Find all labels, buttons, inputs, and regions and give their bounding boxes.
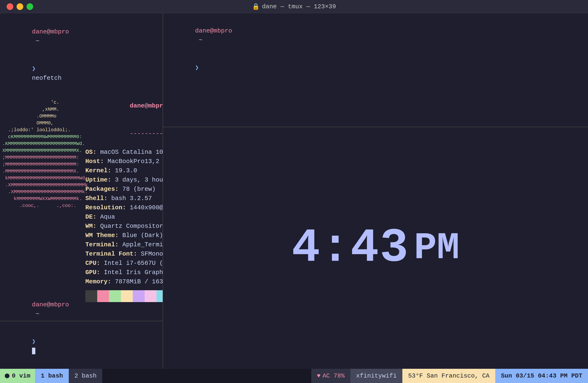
command-line: ❯ neofetch (2, 55, 160, 92)
bottom-arrow: ❯ (32, 338, 39, 345)
battery-heart-icon: ♥ (317, 372, 321, 380)
titlebar: 🔒 dane — tmux — 123×39 (0, 0, 588, 13)
cursor (32, 348, 35, 354)
prompt-path: ~ (32, 38, 39, 45)
prompt-arrow: ❯ (32, 65, 39, 72)
lock-icon: 🔒 (252, 3, 260, 10)
weather-label: 53°F San Francisco, CA (408, 372, 489, 380)
right-prompt-arrow: ❯ (166, 54, 586, 82)
vim-indicator (5, 374, 9, 378)
clock-container: 4:43 PM (292, 221, 460, 275)
statusbar: 0 vim 1 bash 2 bash ♥ AC 78% xfinitywifi… (0, 369, 588, 383)
neofetch-output: 'c. ,xNMM. .OMMMMo OMMM0, .;loddo:' lool… (2, 92, 160, 318)
vim-label: 0 vim (12, 372, 30, 380)
wifi-label: xfinitywifi (356, 372, 397, 380)
bottom-left-pane: dane@mbpro ~ ❯ (0, 321, 163, 369)
top-left-prompt: dane@mbpro ~ (2, 18, 160, 55)
main-area: dane@mbpro ~ ❯ neofetch 'c. ,xNMM. .OMMM… (0, 13, 588, 369)
bottom-user: dane@mbpro (32, 301, 69, 308)
wifi-segment: xfinitywifi (350, 369, 403, 383)
right-user: dane@mbpro (195, 27, 232, 34)
info-section: dane@mbpro.local ---------------- OS: ma… (85, 92, 163, 318)
weather-segment: 53°F San Francisco, CA (402, 369, 495, 383)
top-left-pane: dane@mbpro ~ ❯ neofetch 'c. ,xNMM. .OMMM… (0, 13, 163, 321)
vim-tab[interactable]: 0 vim (0, 369, 35, 383)
right-pane: dane@mbpro ~ ❯ 4:43 PM (163, 13, 588, 369)
battery-label: AC 78% (322, 372, 345, 380)
datetime-segment: Sun 03/15 04:43 PM PDT (495, 369, 588, 383)
close-button[interactable] (7, 3, 13, 10)
bottom-prompt-user: dane@mbpro ~ (2, 291, 160, 328)
window-controls[interactable] (7, 3, 33, 10)
right-path: ~ (195, 37, 203, 44)
bash1-label: 1 bash (41, 372, 63, 380)
clock-area: 4:43 PM (163, 127, 588, 369)
maximize-button[interactable] (26, 3, 33, 10)
clock-time: 4:43 (292, 221, 409, 275)
top-right-pane: dane@mbpro ~ ❯ (163, 13, 588, 127)
right-prompt-user: dane@mbpro ~ (166, 17, 586, 54)
window-title: 🔒 dane — tmux — 123×39 (252, 3, 336, 10)
right-arrow: ❯ (195, 64, 199, 71)
bash1-tab[interactable]: 1 bash (35, 369, 69, 383)
command-text: neofetch (32, 74, 62, 82)
bash2-label: 2 bash (74, 372, 97, 380)
prompt-user: dane@mbpro (32, 28, 69, 35)
minimize-button[interactable] (17, 3, 23, 10)
bottom-path: ~ (32, 310, 39, 317)
ascii-art: 'c. ,xNMM. .OMMMMo OMMM0, .;loddo:' lool… (2, 92, 83, 318)
neofetch-separator: ---------------- (85, 120, 163, 148)
neofetch-user: dane@mbpro.local (85, 92, 163, 120)
battery-segment: ♥ AC 78% (311, 369, 350, 383)
datetime-label: Sun 03/15 04:43 PM PDT (501, 372, 582, 380)
bash2-tab[interactable]: 2 bash (69, 369, 103, 383)
clock-ampm: PM (414, 227, 460, 270)
bottom-prompt-arrow: ❯ (2, 328, 160, 365)
left-pane: dane@mbpro ~ ❯ neofetch 'c. ,xNMM. .OMMM… (0, 13, 163, 369)
